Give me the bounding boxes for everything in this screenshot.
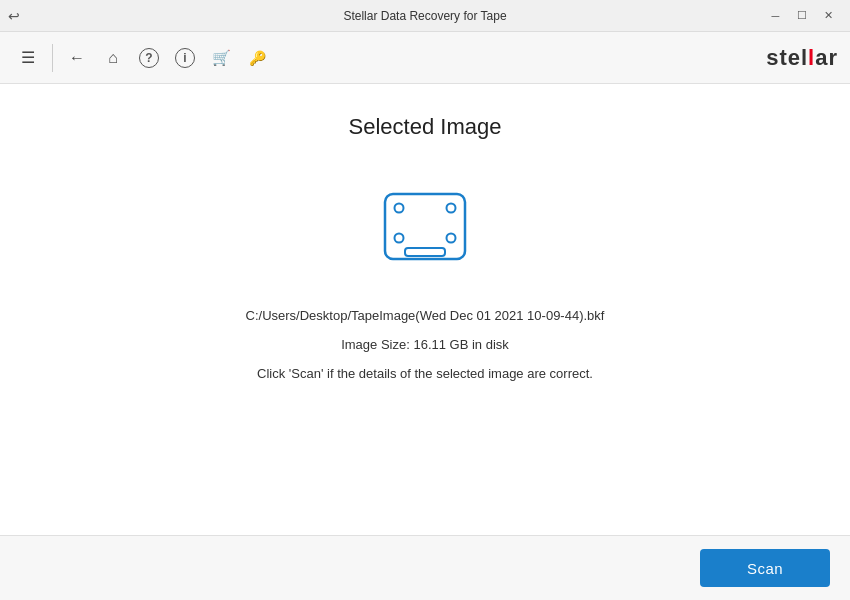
cart-icon: 🛒: [212, 49, 231, 67]
instruction-text: Click 'Scan' if the details of the selec…: [257, 366, 593, 381]
home-icon: ⌂: [108, 49, 118, 67]
menu-icon: ☰: [21, 48, 35, 67]
key-button[interactable]: 🔑: [241, 42, 273, 74]
maximize-button[interactable]: ☐: [789, 2, 816, 30]
main-content: Selected Image C:/Users/Desktop/TapeImag…: [0, 84, 850, 535]
app-logo: stellar: [766, 45, 838, 71]
title-bar-center: Stellar Data Recovery for Tape: [343, 9, 506, 23]
file-path-text: C:/Users/Desktop/TapeImage(Wed Dec 01 20…: [246, 308, 605, 323]
key-icon: 🔑: [249, 50, 266, 66]
info-circle-icon: i: [175, 48, 195, 68]
svg-point-2: [447, 204, 456, 213]
toolbar-divider-1: [52, 44, 53, 72]
title-bar: ↩ Stellar Data Recovery for Tape ─ ☐ ✕: [0, 0, 850, 32]
help-button[interactable]: ?: [133, 42, 165, 74]
scan-button[interactable]: Scan: [700, 549, 830, 587]
close-button[interactable]: ✕: [815, 2, 842, 30]
cart-button[interactable]: 🛒: [205, 42, 237, 74]
logo-accent: l: [808, 45, 815, 70]
svg-point-3: [395, 234, 404, 243]
image-size-label: Image Size:: [341, 337, 410, 352]
svg-point-4: [447, 234, 456, 243]
window-title: Stellar Data Recovery for Tape: [343, 9, 506, 23]
svg-point-1: [395, 204, 404, 213]
home-button[interactable]: ⌂: [97, 42, 129, 74]
svg-rect-5: [405, 248, 445, 256]
image-size-value: 16.11 GB in disk: [413, 337, 508, 352]
info-button[interactable]: i: [169, 42, 201, 74]
menu-button[interactable]: ☰: [12, 42, 44, 74]
title-bar-controls: ─ ☐ ✕: [762, 2, 842, 30]
toolbar: ☰ ← ⌂ ? i 🛒 🔑 stellar: [0, 32, 850, 84]
page-title: Selected Image: [349, 114, 502, 140]
back-button[interactable]: ←: [61, 42, 93, 74]
title-back-icon[interactable]: ↩: [8, 8, 20, 24]
back-icon: ←: [69, 49, 85, 67]
help-circle-icon: ?: [139, 48, 159, 68]
minimize-button[interactable]: ─: [762, 2, 789, 30]
title-bar-left: ↩: [8, 7, 88, 25]
footer: Scan: [0, 535, 850, 600]
image-size-text: Image Size: 16.11 GB in disk: [341, 337, 509, 352]
tape-drive-icon: [375, 176, 475, 280]
